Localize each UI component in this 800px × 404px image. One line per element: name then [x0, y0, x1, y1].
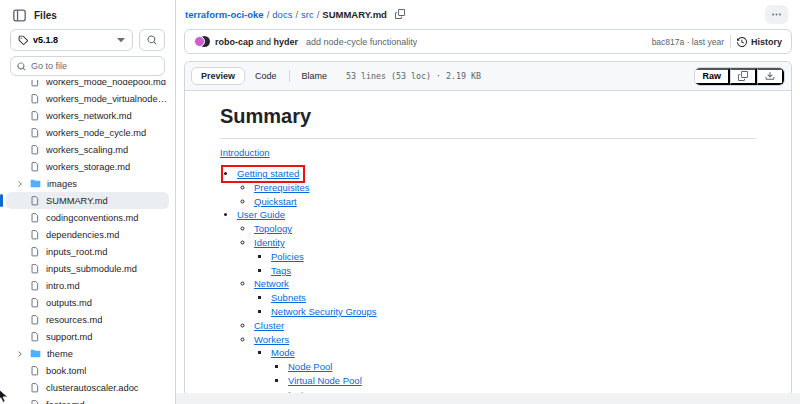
download-icon — [765, 71, 775, 81]
toc-link[interactable]: Tags — [271, 265, 291, 276]
toc-link[interactable]: Cluster — [254, 320, 284, 331]
commit-author-link[interactable]: robo-cap — [215, 37, 254, 47]
go-to-file-input[interactable] — [31, 61, 158, 71]
toc-item: Node Pool — [288, 361, 756, 372]
avatar — [194, 36, 205, 47]
main-content: terraform-oci-oke / docs / src / SUMMARY… — [176, 0, 800, 404]
toc-item: Quickstart — [254, 196, 756, 207]
history-icon — [737, 37, 747, 47]
file-tree-item[interactable]: workers_node_cycle.md — [6, 124, 169, 141]
toc-item: Policies — [271, 251, 756, 262]
toc-link[interactable]: Subnets — [271, 292, 306, 303]
toc-link[interactable]: Topology — [254, 223, 292, 234]
file-icon — [30, 93, 40, 104]
file-tree-item[interactable]: dependencies.md — [6, 226, 169, 243]
download-raw-button[interactable] — [757, 68, 784, 85]
toc-link-introduction[interactable]: Introduction — [220, 147, 270, 158]
toc-link[interactable]: Prerequisites — [254, 182, 309, 193]
search-this-repo-button[interactable] — [139, 29, 165, 51]
file-tree-item[interactable]: theme — [6, 345, 169, 362]
toc-item: Getting startedPrerequisitesQuickstart — [237, 168, 756, 207]
file-tree-item[interactable]: support.md — [6, 328, 169, 345]
file-tree-item[interactable]: codingconventions.md — [6, 209, 169, 226]
toc-link[interactable]: Identity — [254, 237, 285, 248]
file-icon — [30, 263, 40, 274]
toc-link[interactable]: Network — [254, 278, 289, 289]
toc-link[interactable]: Workers — [254, 334, 289, 345]
file-tree-item[interactable]: workers_network.md — [6, 107, 169, 124]
search-icon — [17, 62, 26, 71]
commit-sha-and-date[interactable]: bac817a · last year — [652, 37, 724, 47]
toc-item: ModeNode PoolVirtual Node PoolInstance — [271, 347, 756, 393]
tab-code[interactable]: Code — [245, 67, 287, 85]
file-tree-item[interactable]: images — [6, 175, 169, 192]
file-tree-item[interactable]: book.toml — [6, 362, 169, 379]
toc-link[interactable]: Network Security Groups — [271, 306, 377, 317]
breadcrumb-docs-link[interactable]: docs — [272, 9, 292, 20]
author-avatars[interactable] — [194, 36, 210, 48]
toc-link[interactable]: Policies — [271, 251, 304, 262]
file-icon — [30, 331, 40, 342]
sidebar-controls: v5.1.8 — [0, 29, 175, 51]
tab-blame[interactable]: Blame — [292, 67, 338, 85]
file-actions: Raw — [694, 67, 785, 86]
toc-link-highlighted[interactable]: Getting started — [237, 168, 299, 179]
toc-link[interactable]: Virtual Node Pool — [288, 375, 362, 386]
file-tree-item[interactable]: resources.md — [6, 311, 169, 328]
file-tree-item-label: images — [47, 179, 77, 189]
file-tree-item[interactable]: outputs.md — [6, 294, 169, 311]
toc-link[interactable]: Quickstart — [254, 196, 297, 207]
toc-link[interactable]: User Guide — [237, 209, 285, 220]
collapse-sidebar-icon[interactable] — [13, 9, 26, 22]
file-tree-item[interactable]: intro.md — [6, 277, 169, 294]
toc-list-level-1: Getting startedPrerequisitesQuickstartUs… — [220, 168, 756, 393]
toc-item: Prerequisites — [254, 182, 756, 193]
breadcrumb-separator: / — [295, 9, 298, 20]
file-tree-item[interactable]: SUMMARY.md — [6, 192, 169, 209]
file-tree: workers_mode_nodepool.mdworkers_mode_vir… — [0, 80, 175, 404]
latest-commit-bar: robo-cap and hyder add node-cycle functi… — [184, 29, 792, 54]
toc-link[interactable]: Node Pool — [288, 361, 332, 372]
raw-button[interactable]: Raw — [695, 68, 730, 85]
file-icon — [30, 297, 40, 308]
copy-path-icon[interactable] — [395, 9, 405, 19]
commit-authors-conjunction: and — [256, 37, 271, 47]
file-icon — [30, 195, 40, 206]
file-tree-item[interactable]: clusterautoscaler.adoc — [6, 379, 169, 396]
file-tree-item[interactable]: inputs_submodule.md — [6, 260, 169, 277]
file-tree-item[interactable]: workers_scaling.md — [6, 141, 169, 158]
toc-list-level-2: TopologyIdentityPoliciesTagsNetworkSubne… — [237, 223, 756, 393]
file-view-toolbar: Preview Code Blame 53 lines (53 loc) · 2… — [185, 62, 791, 91]
file-tree-item-label: workers_network.md — [46, 111, 132, 121]
divider — [289, 70, 290, 82]
file-tree-item[interactable]: workers_storage.md — [6, 158, 169, 175]
toc-link[interactable]: Mode — [271, 347, 295, 358]
breadcrumb-src-link[interactable]: src — [301, 9, 314, 20]
sidebar-header: Files — [0, 4, 175, 26]
file-icon — [30, 127, 40, 138]
file-icon — [30, 382, 40, 393]
sidebar-title: Files — [34, 10, 57, 21]
more-options-button[interactable] — [765, 5, 788, 24]
file-tree-item-label: book.toml — [46, 366, 86, 376]
toc-list-level-3: PoliciesTags — [254, 251, 756, 276]
file-tree-item[interactable]: inputs_root.md — [6, 243, 169, 260]
tab-preview[interactable]: Preview — [191, 67, 245, 85]
active-file-indicator — [0, 194, 3, 207]
breadcrumb-repo-link[interactable]: terraform-oci-oke — [185, 9, 264, 20]
github-file-page: Files v5.1.8 workers_mode_nodep — [0, 0, 800, 404]
commit-message-link[interactable]: add node-cycle functionality — [306, 37, 417, 47]
commit-author-link[interactable]: hyder — [274, 37, 299, 47]
file-tree-item-label: theme — [47, 349, 73, 359]
copy-raw-button[interactable] — [730, 68, 757, 85]
file-tree-item[interactable]: workers_mode_virtualnodepo... — [6, 90, 169, 107]
table-of-contents: Getting startedPrerequisitesQuickstartUs… — [220, 168, 756, 393]
file-tree-item-label: outputs.md — [46, 298, 92, 308]
file-tree-item[interactable]: footer.md — [6, 396, 169, 404]
history-button[interactable]: History — [737, 37, 782, 47]
file-tree-item[interactable]: workers_mode_nodepool.md — [6, 80, 169, 90]
branch-label: v5.1.8 — [33, 35, 58, 45]
branch-selector[interactable]: v5.1.8 — [10, 29, 133, 51]
toc-item: NetworkSubnetsNetwork Security Groups — [254, 278, 756, 317]
breadcrumb-separator: / — [267, 9, 270, 20]
